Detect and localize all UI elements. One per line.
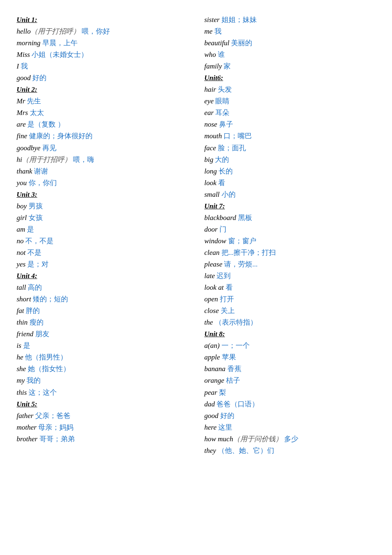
chinese-meaning: 你，你们 (29, 179, 57, 187)
unit-label: Unit 7: (205, 202, 225, 210)
word-entry: mother 母亲；妈妈 (17, 422, 188, 433)
chinese-meaning: 把...擦干净；打扫 (222, 249, 276, 257)
word-entry: not 不是 (17, 247, 188, 259)
chinese-meaning: 黑板 (238, 214, 252, 222)
word-entry: Mrs 太太 (17, 107, 188, 119)
word-entry: boy 男孩 (17, 200, 188, 212)
word-entry: window 窗；窗户 (205, 235, 376, 247)
unit-header: Unit 2: (17, 84, 188, 95)
english-word: banana (205, 365, 226, 373)
word-entry: morning 早晨，上午 (17, 37, 188, 49)
english-word: how much (205, 435, 233, 443)
english-word: morning (17, 39, 41, 47)
english-word: I (17, 62, 19, 70)
right-column: sister 姐姐；妹妹me 我beautiful 美丽的who 谁family… (205, 14, 376, 457)
chinese-meaning: 不，不是 (25, 237, 54, 245)
chinese-meaning: 桔子 (226, 377, 240, 384)
english-word: hello (17, 27, 31, 35)
english-word: beautiful (205, 39, 229, 47)
word-entry: girl 女孩 (17, 212, 188, 224)
english-word: father (17, 412, 34, 420)
word-entry: they （他、她、它）们 (205, 445, 376, 457)
english-word: am (17, 225, 25, 233)
word-entry: is 是 (17, 340, 188, 352)
chinese-meaning: 小姐（未婚女士） (32, 51, 88, 59)
word-entry: are 是（复数 ） (17, 119, 188, 130)
english-word: thank (17, 167, 32, 175)
english-word: mother (17, 423, 37, 431)
english-word: fine (17, 132, 27, 140)
chinese-meaning: 打开 (220, 295, 234, 303)
chinese-meaning: 胖的 (26, 307, 40, 315)
english-word: tall (17, 284, 26, 291)
english-word: you (17, 179, 27, 187)
chinese-meaning: 女孩 (29, 214, 43, 222)
english-word: big (205, 156, 214, 164)
word-paren: （用于打招呼） (31, 27, 80, 35)
word-entry: orange 桔子 (205, 375, 376, 386)
english-word: window (205, 237, 226, 245)
word-entry: thin 瘦的 (17, 317, 188, 328)
english-word: they (205, 447, 216, 455)
word-entry: short 矮的；短的 (17, 293, 188, 305)
english-word: apple (205, 353, 220, 361)
word-entry: friend 朋友 (17, 328, 188, 340)
chinese-meaning: 太太 (30, 109, 44, 117)
chinese-meaning: 一；一个 (222, 342, 250, 350)
english-word: the (205, 318, 213, 326)
word-entry: fat 胖的 (17, 305, 188, 317)
english-word: look (205, 179, 217, 187)
chinese-meaning: 梨 (219, 389, 226, 396)
word-entry: small 小的 (205, 189, 376, 200)
chinese-meaning: 矮的；短的 (33, 295, 68, 303)
chinese-meaning: 姐姐；妹妹 (222, 16, 257, 24)
chinese-meaning: 高的 (28, 284, 42, 291)
english-word: long (205, 167, 217, 175)
unit-header: Unit 7: (205, 200, 376, 212)
word-entry: mouth 口；嘴巴 (205, 130, 376, 142)
chinese-meaning: 再见 (42, 144, 56, 152)
english-word: short (17, 295, 31, 303)
english-word: door (205, 225, 218, 233)
word-paren: （用于打招呼） (22, 156, 71, 164)
chinese-meaning: 看 (218, 179, 225, 187)
word-entry: goodbye 再见 (17, 142, 188, 154)
english-word: boy (17, 202, 27, 210)
chinese-meaning: 头发 (218, 86, 232, 93)
word-entry: look at 看 (205, 282, 376, 293)
chinese-meaning: 窗；窗户 (228, 237, 256, 245)
english-word: pear (205, 389, 217, 396)
word-entry: good 好的 (205, 410, 376, 422)
english-word: who (205, 51, 216, 59)
english-word: hair (205, 86, 216, 93)
unit-label: Unit 8: (205, 330, 225, 338)
english-word: friend (17, 330, 34, 338)
word-entry: who 谁 (205, 49, 376, 61)
chinese-meaning: 我 (21, 62, 28, 70)
english-word: brother (17, 435, 37, 443)
english-word: Mrs (17, 109, 28, 117)
english-word: here (205, 423, 217, 431)
chinese-meaning: 这里 (218, 423, 232, 431)
unit-label: Unit6: (205, 74, 223, 82)
chinese-meaning: 好的 (32, 74, 46, 82)
english-word: thin (17, 318, 27, 326)
english-word: this (17, 389, 27, 396)
english-word: a(an) (205, 342, 220, 350)
english-word: not (17, 249, 26, 257)
chinese-meaning: 喂，嗨 (73, 156, 94, 164)
word-entry: my 我的 (17, 375, 188, 386)
unit-header: Unit 1: (17, 14, 188, 26)
chinese-meaning: 哥哥；弟弟 (39, 435, 75, 443)
chinese-meaning: 爸爸（口语） (217, 400, 259, 408)
word-entry: banana 香蕉 (205, 363, 376, 375)
chinese-meaning: 家 (224, 62, 231, 70)
word-entry: me 我 (205, 26, 376, 37)
english-word: eye (205, 97, 214, 105)
english-word: my (17, 377, 25, 384)
chinese-meaning: （他、她、它）们 (218, 447, 274, 455)
word-entry: door 门 (205, 224, 376, 235)
word-entry: long 长的 (205, 166, 376, 177)
english-word: dad (205, 400, 215, 408)
english-word: blackboard (205, 214, 236, 222)
